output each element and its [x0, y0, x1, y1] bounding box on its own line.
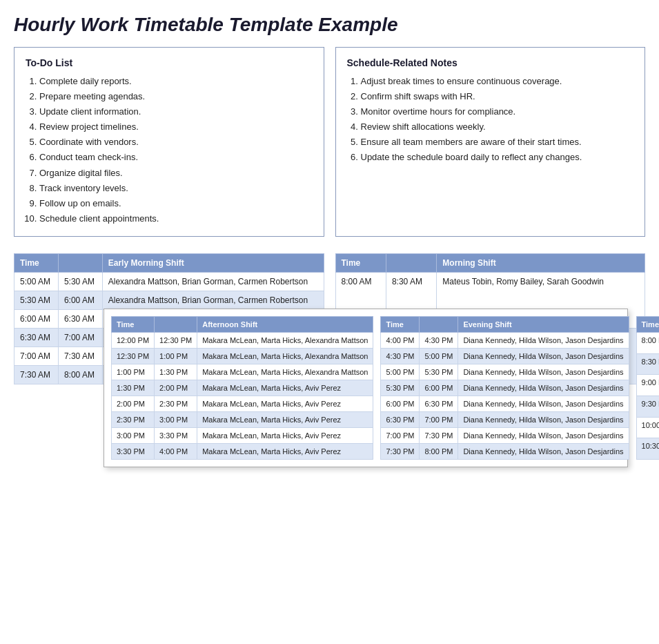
time-start: 5:30 PM	[381, 380, 420, 396]
em-time-header2	[58, 253, 102, 272]
todo-item: Complete daily reports.	[39, 74, 313, 89]
table-row: 2:00 PM 2:30 PM Makara McLean, Marta Hic…	[112, 396, 373, 411]
notes-list: Adjust break times to ensure continuous …	[347, 74, 634, 166]
table-row: 6:30 PM 7:00 PM Diana Kennedy, Hilda Wil…	[381, 411, 629, 427]
table-row: 12:30 PM 1:00 PM Makara McLean, Marta Hi…	[112, 348, 373, 364]
time-start: 7:30 PM	[381, 443, 420, 459]
notes-item: Ensure all team members are aware of the…	[361, 135, 634, 150]
time-end: 5:30 PM	[420, 364, 458, 380]
table-row: 12:00 PM 12:30 PM Makara McLean, Marta H…	[112, 332, 373, 348]
staff-cell: Makara McLean, Marta Hicks, Alexandra Ma…	[197, 348, 373, 364]
af-time-header2	[155, 316, 197, 332]
af-time-header: Time	[112, 316, 155, 332]
todo-item: Review project timelines.	[39, 119, 313, 135]
time-start: 2:30 PM	[112, 411, 155, 427]
time-end: 6:00 AM	[58, 291, 102, 309]
table-row: 8:00 PM 8:30 PM Raghu Prakash, Makara Mc…	[636, 332, 659, 353]
m-time-header: Time	[335, 253, 386, 272]
table-row: 2:30 PM 3:00 PM Makara McLean, Marta Hic…	[112, 411, 373, 427]
time-end: 4:00 PM	[155, 443, 197, 459]
time-start: 4:30 PM	[381, 348, 420, 364]
todo-list: Complete daily reports.Prepare meeting a…	[26, 74, 313, 226]
top-section: To-Do List Complete daily reports.Prepar…	[14, 47, 645, 237]
time-end: 12:30 PM	[155, 332, 197, 348]
table-row: 5:00 AM 5:30 AM Alexandra Mattson, Brian…	[14, 272, 324, 291]
time-start: 3:00 PM	[112, 427, 155, 443]
todo-item: Track inventory levels.	[39, 181, 313, 196]
table-row: 4:30 PM 5:00 PM Diana Kennedy, Hilda Wil…	[381, 348, 629, 364]
time-start: 9:00 PM	[636, 375, 659, 396]
time-start: 8:30 PM	[636, 353, 659, 375]
evening-table: Time Evening Shift 4:00 PM 4:30 PM Diana…	[380, 316, 629, 460]
time-start: 6:00 AM	[14, 309, 59, 328]
le-time-header: Time	[636, 316, 659, 332]
table-row: 3:30 PM 4:00 PM Makara McLean, Marta Hic…	[112, 443, 373, 459]
time-end: 7:30 AM	[58, 347, 102, 365]
time-start: 7:30 AM	[14, 365, 59, 384]
time-end: 2:00 PM	[155, 380, 197, 396]
notes-item: Review shift allocations weekly.	[361, 119, 634, 135]
staff-cell: Makara McLean, Marta Hicks, Alexandra Ma…	[197, 364, 373, 380]
late-evening-table: Time Late Evening Shift 8:00 PM 8:30 PM …	[636, 316, 659, 460]
time-start: 12:30 PM	[112, 348, 155, 364]
notes-item: Update the schedule board daily to refle…	[361, 150, 634, 165]
em-time-header: Time	[14, 253, 59, 272]
time-start: 5:00 AM	[14, 272, 59, 291]
time-start: 6:30 AM	[14, 328, 59, 347]
time-start: 7:00 AM	[14, 347, 59, 365]
time-start: 12:00 PM	[112, 332, 155, 348]
time-start: 2:00 PM	[112, 396, 155, 411]
afternoon-table: Time Afternoon Shift 12:00 PM 12:30 PM M…	[111, 316, 373, 460]
staff-cell: Diana Kennedy, Hilda Wilson, Jason Desja…	[458, 348, 629, 364]
af-shift-header: Afternoon Shift	[197, 316, 373, 332]
time-start: 3:30 PM	[112, 443, 155, 459]
time-end: 6:30 PM	[420, 396, 458, 411]
staff-cell: Diana Kennedy, Hilda Wilson, Jason Desja…	[458, 411, 629, 427]
todo-item: Prepare meeting agendas.	[39, 89, 313, 104]
notes-item: Adjust break times to ensure continuous …	[361, 74, 634, 89]
time-end: 7:00 AM	[58, 328, 102, 347]
time-end: 7:30 PM	[420, 427, 458, 443]
staff-cell: Diana Kennedy, Hilda Wilson, Jason Desja…	[458, 332, 629, 348]
staff-cell: Diana Kennedy, Hilda Wilson, Jason Desja…	[458, 443, 629, 459]
table-row: 10:30 PM 11:00 PM Raghu Prakash, Makara …	[636, 438, 659, 460]
table-row: 9:00 PM 9:30 PM Raghu Prakash, Makara Mc…	[636, 375, 659, 396]
table-row: 1:00 PM 1:30 PM Makara McLean, Marta Hic…	[112, 364, 373, 380]
bottom-section: Time Early Morning Shift 5:00 AM 5:30 AM…	[14, 253, 645, 384]
table-row: 1:30 PM 2:00 PM Makara McLean, Marta Hic…	[112, 380, 373, 396]
time-end: 6:00 PM	[420, 380, 458, 396]
time-end: 6:30 AM	[58, 309, 102, 328]
time-end: 3:30 PM	[155, 427, 197, 443]
time-start: 1:30 PM	[112, 380, 155, 396]
staff-cell: Diana Kennedy, Hilda Wilson, Jason Desja…	[458, 427, 629, 443]
table-row: 7:30 PM 8:00 PM Diana Kennedy, Hilda Wil…	[381, 443, 629, 459]
ev-time-header2	[420, 316, 458, 332]
time-start: 1:00 PM	[112, 364, 155, 380]
staff-cell: Makara McLean, Marta Hicks, Aviv Perez	[197, 411, 373, 427]
staff-cell: Diana Kennedy, Hilda Wilson, Jason Desja…	[458, 380, 629, 396]
time-start: 10:30 PM	[636, 438, 659, 460]
todo-item: Update client information.	[39, 104, 313, 119]
table-row: 8:30 PM 9:00 PM Raghu Prakash, Makara Mc…	[636, 353, 659, 375]
todo-item: Conduct team check-ins.	[39, 150, 313, 165]
time-start: 9:30 PM	[636, 396, 659, 417]
time-end: 7:00 PM	[420, 411, 458, 427]
time-end: 1:00 PM	[155, 348, 197, 364]
m-time-header2	[386, 253, 436, 272]
notes-title: Schedule-Related Notes	[347, 57, 634, 68]
notes-item: Confirm shift swaps with HR.	[361, 89, 634, 104]
table-row: 5:00 PM 5:30 PM Diana Kennedy, Hilda Wil…	[381, 364, 629, 380]
table-row: 4:00 PM 4:30 PM Diana Kennedy, Hilda Wil…	[381, 332, 629, 348]
todo-item: Organize digital files.	[39, 166, 313, 181]
table-row: 10:00 PM 10:30 PM Raghu Prakash, Makara …	[636, 417, 659, 438]
todo-item: Follow up on emails.	[39, 196, 313, 211]
staff-cell: Diana Kennedy, Hilda Wilson, Jason Desja…	[458, 396, 629, 411]
table-row: 5:30 AM 6:00 AM Alexandra Mattson, Brian…	[14, 291, 324, 309]
notes-box: Schedule-Related Notes Adjust break time…	[335, 47, 646, 237]
time-start: 6:30 PM	[381, 411, 420, 427]
page-title: Hourly Work Timetable Template Example	[14, 14, 645, 36]
time-end: 5:00 PM	[420, 348, 458, 364]
staff-cell: Makara McLean, Marta Hicks, Aviv Perez	[197, 380, 373, 396]
table-row: 5:30 PM 6:00 PM Diana Kennedy, Hilda Wil…	[381, 380, 629, 396]
time-start: 5:30 AM	[14, 291, 59, 309]
